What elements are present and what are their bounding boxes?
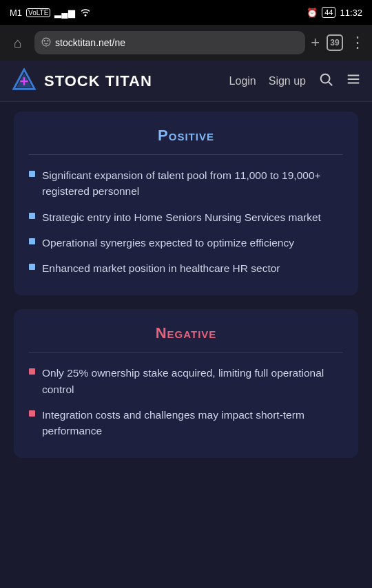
svg-line-8 [329,82,332,85]
address-text: stocktitan.net/ne [55,37,125,48]
new-tab-button[interactable]: + [311,34,320,52]
positive-item-3: Operational synergies expected to optimi… [42,235,294,251]
bullet-icon [29,368,35,375]
svg-point-2 [47,40,48,41]
list-item: Only 25% ownership stake acquired, limit… [29,365,343,397]
negative-title: Negative [29,324,343,342]
list-item: Integration costs and challenges may imp… [29,407,343,439]
list-item: Enhanced market position in healthcare H… [29,260,343,276]
wifi-icon [79,7,92,19]
negative-card: Negative Only 25% ownership stake acquir… [14,309,358,458]
more-options-button[interactable]: ⋮ [350,34,365,52]
logo-icon [11,68,37,94]
positive-item-4: Enhanced market position in healthcare H… [42,260,280,276]
site-header: STOCK TITAN Login Sign up [0,61,372,102]
bullet-icon [29,264,35,270]
negative-item-1: Only 25% ownership stake acquired, limit… [42,365,343,397]
home-button[interactable]: ⌂ [7,35,29,51]
bullet-icon [29,213,35,219]
security-icon [41,37,51,49]
site-nav: Login Sign up [229,72,361,90]
bullet-icon [29,238,35,244]
site-title-text: STOCK TITAN [44,72,152,90]
status-right: ⏰ 44 11:32 [307,7,362,18]
svg-point-1 [44,40,45,41]
status-bar: M1 VoLTE ▂▄▆ ⏰ 44 11:32 [0,0,372,25]
positive-list: Significant expansion of talent pool fro… [29,167,343,276]
address-bar[interactable]: stocktitan.net/ne [34,31,305,54]
list-item: Operational synergies expected to optimi… [29,235,343,251]
positive-card: Positive Significant expansion of talent… [14,112,358,295]
alarm-icon: ⏰ [307,8,318,18]
login-link[interactable]: Login [229,75,256,87]
positive-item-2: Strategic entry into Home Seniors Nursin… [42,209,321,225]
main-content: Positive Significant expansion of talent… [0,112,372,492]
signup-link[interactable]: Sign up [269,75,306,87]
browser-bar: ⌂ stocktitan.net/ne + 39 ⋮ [0,25,372,61]
negative-item-2: Integration costs and challenges may imp… [42,407,343,439]
battery-indicator: 44 [322,7,335,18]
positive-divider [29,154,343,155]
bullet-icon [29,410,35,417]
site-logo[interactable]: STOCK TITAN [11,68,229,94]
svg-point-7 [321,74,330,83]
status-left: M1 VoLTE ▂▄▆ [10,7,92,19]
list-item: Strategic entry into Home Seniors Nursin… [29,209,343,225]
bullet-icon [29,171,35,177]
volte-badge: VoLTE [26,8,50,17]
positive-title: Positive [29,127,343,145]
search-icon[interactable] [318,72,333,90]
time-display: 11:32 [340,8,362,18]
positive-item-1: Significant expansion of talent pool fro… [42,167,343,200]
negative-divider [29,352,343,353]
negative-list: Only 25% ownership stake acquired, limit… [29,365,343,439]
carrier-label: M1 [10,8,22,18]
list-item: Significant expansion of talent pool fro… [29,167,343,200]
menu-icon[interactable] [346,72,361,90]
browser-actions: + 39 ⋮ [311,34,365,52]
svg-point-0 [42,38,50,46]
signal-icon: ▂▄▆ [54,8,74,18]
tab-count[interactable]: 39 [327,34,343,51]
